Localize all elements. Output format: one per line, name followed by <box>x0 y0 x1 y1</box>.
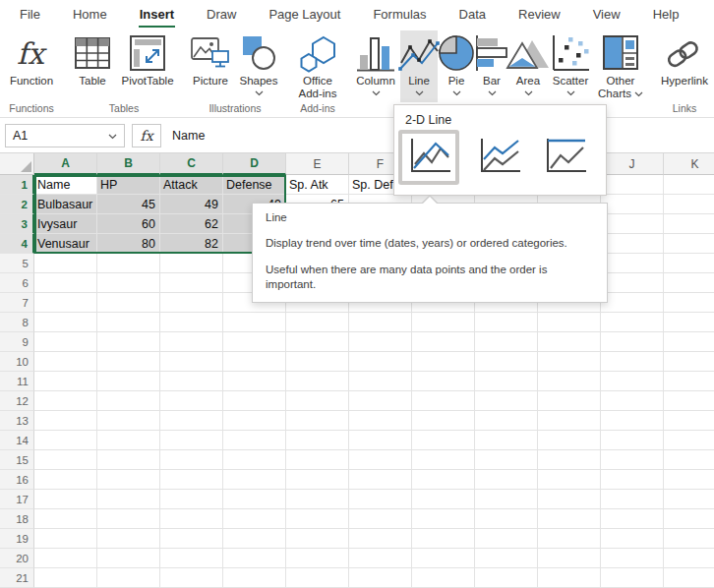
cell-g14[interactable] <box>412 431 475 450</box>
cell-h19[interactable] <box>475 529 538 549</box>
cell-j1[interactable] <box>601 175 664 195</box>
chart-type-option-stacked-line[interactable] <box>472 134 525 181</box>
row-header-20[interactable]: 20 <box>0 549 34 568</box>
cell-a8[interactable] <box>34 313 97 332</box>
ribbon-button-line[interactable]: Line <box>400 30 438 102</box>
cell-b16[interactable] <box>97 470 160 490</box>
cell-k6[interactable] <box>664 273 714 293</box>
cell-b3[interactable]: 60 <box>97 214 160 234</box>
cell-k15[interactable] <box>664 450 714 470</box>
cell-a21[interactable] <box>34 568 97 588</box>
ribbon-button-pie[interactable]: Pie <box>440 30 473 102</box>
cell-h21[interactable] <box>475 568 538 588</box>
cell-c3[interactable]: 62 <box>160 214 223 234</box>
cell-k10[interactable] <box>664 352 714 372</box>
menu-tab-formulas[interactable]: Formulas <box>373 7 426 22</box>
cell-b18[interactable] <box>97 509 160 529</box>
cell-h8[interactable] <box>475 313 538 332</box>
cell-e13[interactable] <box>286 411 349 431</box>
cell-c19[interactable] <box>160 529 223 549</box>
row-header-10[interactable]: 10 <box>0 352 34 372</box>
cell-c11[interactable] <box>160 372 223 391</box>
cell-a1[interactable]: Name <box>34 175 97 195</box>
menu-tab-review[interactable]: Review <box>518 7 561 22</box>
ribbon-button-picture[interactable]: Picture <box>188 30 233 102</box>
cell-h10[interactable] <box>475 352 538 372</box>
ribbon-button-hyperlink[interactable]: Hyperlink <box>656 30 713 102</box>
cell-h18[interactable] <box>475 509 538 529</box>
cell-b6[interactable] <box>97 273 160 293</box>
cell-c8[interactable] <box>160 313 223 332</box>
cell-g16[interactable] <box>412 470 475 490</box>
cell-h14[interactable] <box>475 431 538 450</box>
cell-j10[interactable] <box>601 352 664 372</box>
cell-d12[interactable] <box>223 391 286 411</box>
cell-a14[interactable] <box>34 431 97 450</box>
cell-f15[interactable] <box>349 450 412 470</box>
cell-f12[interactable] <box>349 391 412 411</box>
row-header-11[interactable]: 11 <box>0 372 34 391</box>
cell-b7[interactable] <box>97 293 160 313</box>
ribbon-button-office-add-ins[interactable]: OfficeAdd-ins <box>292 30 343 102</box>
cell-b15[interactable] <box>97 450 160 470</box>
cell-c17[interactable] <box>160 490 223 509</box>
row-header-2[interactable]: 2 <box>0 195 34 214</box>
cell-b14[interactable] <box>97 431 160 450</box>
cell-k11[interactable] <box>664 372 714 391</box>
cell-e1[interactable]: Sp. Atk <box>286 175 349 195</box>
ribbon-button-scatter[interactable]: Scatter <box>548 30 593 102</box>
cell-h15[interactable] <box>475 450 538 470</box>
column-header-c[interactable]: C <box>160 153 223 175</box>
cell-a4[interactable]: Venusaur <box>34 234 97 254</box>
cell-k3[interactable] <box>664 214 714 234</box>
menu-tab-data[interactable]: Data <box>459 7 486 22</box>
cell-g19[interactable] <box>412 529 475 549</box>
cell-j15[interactable] <box>601 450 664 470</box>
menu-tab-draw[interactable]: Draw <box>207 7 236 22</box>
cell-k8[interactable] <box>664 313 714 332</box>
cell-f11[interactable] <box>349 372 412 391</box>
cell-f13[interactable] <box>349 411 412 431</box>
row-header-4[interactable]: 4 <box>0 234 34 254</box>
cell-k18[interactable] <box>664 509 714 529</box>
cell-c9[interactable] <box>160 332 223 352</box>
cell-i12[interactable] <box>538 391 601 411</box>
ribbon-button-area[interactable]: Area <box>510 30 546 102</box>
ribbon-button-bar[interactable]: Bar <box>475 30 508 102</box>
row-header-15[interactable]: 15 <box>0 450 34 470</box>
cell-d16[interactable] <box>223 470 286 490</box>
cell-c14[interactable] <box>160 431 223 450</box>
insert-function-button[interactable]: fx <box>132 124 161 147</box>
cell-f20[interactable] <box>349 549 412 568</box>
cell-g18[interactable] <box>412 509 475 529</box>
cell-a16[interactable] <box>34 470 97 490</box>
cell-j16[interactable] <box>601 470 664 490</box>
column-header-a[interactable]: A <box>34 153 97 175</box>
row-header-1[interactable]: 1 <box>0 175 34 195</box>
cell-g10[interactable] <box>412 352 475 372</box>
cell-c7[interactable] <box>160 293 223 313</box>
cell-i16[interactable] <box>538 470 601 490</box>
cell-k20[interactable] <box>664 549 714 568</box>
cell-j5[interactable] <box>601 254 664 273</box>
cell-e16[interactable] <box>286 470 349 490</box>
cell-e12[interactable] <box>286 391 349 411</box>
cell-g15[interactable] <box>412 450 475 470</box>
cell-a7[interactable] <box>34 293 97 313</box>
row-header-19[interactable]: 19 <box>0 529 34 549</box>
cell-f17[interactable] <box>349 490 412 509</box>
column-header-e[interactable]: E <box>286 153 349 175</box>
cell-i9[interactable] <box>538 332 601 352</box>
cell-d18[interactable] <box>223 509 286 529</box>
cell-f21[interactable] <box>349 568 412 588</box>
cell-b13[interactable] <box>97 411 160 431</box>
cell-j8[interactable] <box>601 313 664 332</box>
cell-b9[interactable] <box>97 332 160 352</box>
cell-j20[interactable] <box>601 549 664 568</box>
row-header-21[interactable]: 21 <box>0 568 34 588</box>
cell-j4[interactable] <box>601 234 664 254</box>
cell-k14[interactable] <box>664 431 714 450</box>
cell-i17[interactable] <box>538 490 601 509</box>
cell-c2[interactable]: 49 <box>160 195 223 214</box>
cell-a13[interactable] <box>34 411 97 431</box>
